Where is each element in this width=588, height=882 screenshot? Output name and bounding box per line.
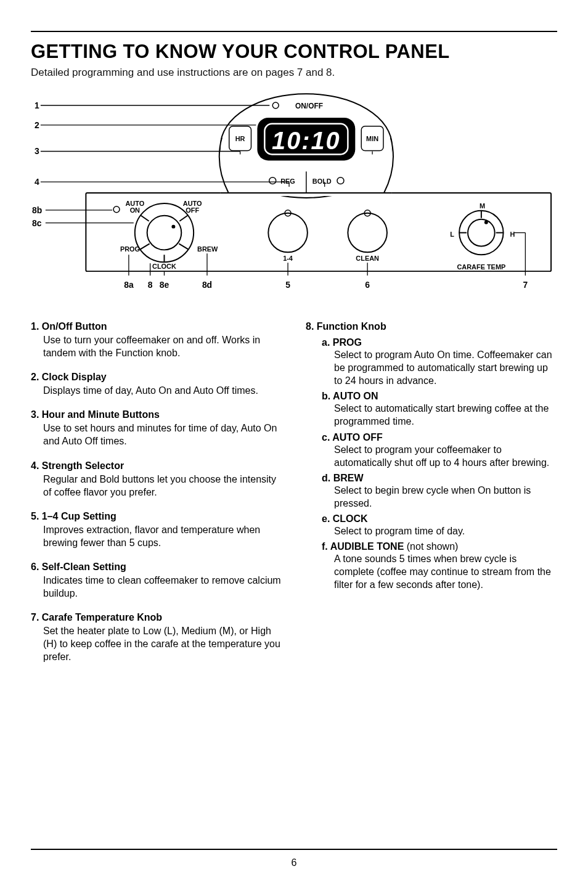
svg-line-20 [179, 243, 188, 249]
callout-8e: 8e [160, 280, 169, 290]
sub-auto-off: c. AUTO OFF Select to program your coffe… [322, 432, 557, 469]
svg-point-14 [147, 216, 182, 250]
item-body: Improves extraction, flavor and temperat… [31, 523, 282, 549]
item-body: Indicates time to clean coffeemaker to r… [31, 574, 282, 600]
page-number: 6 [0, 857, 588, 868]
callout-8: 8 [148, 280, 153, 290]
sub-head-paren: (not shown) [407, 541, 459, 552]
item-body: Set the heater plate to Low (L), Medium … [31, 624, 282, 663]
svg-line-17 [141, 216, 149, 221]
sub-clock: e. CLOCK Select to program time of day. [322, 513, 557, 537]
item-head: 4. Strength Selector [31, 460, 282, 472]
callout-1: 1 [35, 100, 39, 110]
sub-head: c. AUTO OFF [322, 432, 557, 443]
right-column: 8. Function Knob a. PROG Select to progr… [306, 321, 557, 676]
item-head: 6. Self-Clean Setting [31, 561, 282, 573]
sub-body: Select to automatically start brewing co… [322, 402, 557, 428]
item-head: 8. Function Knob [306, 321, 557, 332]
reg-label: REG [280, 178, 295, 185]
item-body: Use to turn your coffeemaker on and off.… [31, 333, 282, 359]
callout-2: 2 [35, 120, 39, 130]
sub-body: Select to program time of day. [322, 525, 557, 537]
sub-head: d. BREW [322, 473, 557, 484]
description-columns: 1. On/Off Button Use to turn your coffee… [31, 321, 557, 676]
sub-body: Select to program your coffeemaker to au… [322, 443, 557, 469]
item-clock: 2. Clock Display Displays time of day, A… [31, 372, 282, 397]
temp-m: M [480, 202, 485, 210]
page-title: GETTING TO KNOW YOUR CONTROL PANEL [31, 41, 557, 63]
svg-point-22 [268, 213, 308, 253]
svg-point-28 [484, 221, 488, 224]
callout-8d: 8d [202, 280, 212, 290]
sub-body: Select to begin brew cycle when On butto… [322, 484, 557, 510]
item-body: Use to set hours and minutes for time of… [31, 422, 282, 447]
svg-point-24 [348, 213, 387, 253]
item-hour-min: 3. Hour and Minute Buttons Use to set ho… [31, 409, 282, 447]
sub-head: e. CLOCK [322, 513, 557, 525]
callout-5: 5 [285, 280, 290, 290]
callout-3: 3 [35, 146, 39, 156]
bold-label: BOLD [312, 178, 332, 185]
callout-6: 6 [365, 280, 370, 290]
item-function-knob: 8. Function Knob [306, 321, 557, 332]
svg-line-18 [179, 216, 187, 221]
callout-4: 4 [35, 177, 39, 187]
one-four-label: 1-4 [283, 255, 293, 262]
brew-label: BREW [197, 245, 218, 253]
item-body: Displays time of day, Auto On and Auto O… [31, 384, 282, 397]
temp-l: L [450, 231, 454, 238]
item-head: 5. 1–4 Cup Setting [31, 511, 282, 522]
min-button: MIN [366, 135, 378, 142]
sub-head-bold: f. AUDIBLE TONE [322, 541, 407, 552]
callout-8a: 8a [124, 280, 134, 290]
callout-8b: 8b [32, 205, 42, 215]
sub-audible-tone: f. AUDIBLE TONE (not shown) A tone sound… [322, 541, 557, 591]
auto-on-label: AUTOON [125, 200, 144, 214]
sub-body: A tone sounds 5 times when brew cycle is… [322, 552, 557, 591]
sub-body: Select to program Auto On time. Coffeema… [322, 348, 557, 387]
sub-prog: a. PROG Select to program Auto On time. … [322, 337, 557, 387]
item-head: 2. Clock Display [31, 372, 282, 383]
item-onoff: 1. On/Off Button Use to turn your coffee… [31, 321, 282, 359]
intro-text: Detailed programming and use instruction… [31, 67, 557, 79]
item-carafe-temp: 7. Carafe Temperature Knob Set the heate… [31, 612, 282, 663]
control-panel-diagram: ON/OFF 10:10 HR MIN REG BOLD AUTOON AUTO… [31, 91, 557, 298]
svg-point-13 [135, 203, 194, 262]
left-column: 1. On/Off Button Use to turn your coffee… [31, 321, 282, 676]
sub-auto-on: b. AUTO ON Select to automatically start… [322, 391, 557, 428]
sub-head: b. AUTO ON [322, 391, 557, 402]
svg-line-19 [141, 243, 150, 249]
sub-head: a. PROG [322, 337, 557, 348]
svg-point-6 [272, 102, 279, 108]
svg-point-15 [171, 225, 175, 229]
carafe-temp-label: CARAFE TEMP [457, 263, 505, 271]
item-14cup: 5. 1–4 Cup Setting Improves extraction, … [31, 511, 282, 549]
clean-label: CLEAN [356, 255, 379, 262]
svg-point-27 [468, 219, 495, 247]
hr-button: HR [235, 135, 245, 142]
auto-off-label: AUTOOFF [183, 200, 202, 214]
svg-point-16 [113, 206, 120, 213]
prog-label: PROG [120, 245, 140, 253]
callout-8c: 8c [32, 218, 42, 228]
callout-7: 7 [523, 280, 528, 290]
item-head: 1. On/Off Button [31, 321, 282, 332]
item-head: 7. Carafe Temperature Knob [31, 612, 282, 623]
sub-brew: d. BREW Select to begin brew cycle when … [322, 473, 557, 510]
item-strength: 4. Strength Selector Regular and Bold bu… [31, 460, 282, 499]
bottom-rule [31, 849, 557, 850]
item-body: Regular and Bold buttons let you choose … [31, 473, 282, 499]
item-head: 3. Hour and Minute Buttons [31, 409, 282, 420]
sub-head: f. AUDIBLE TONE (not shown) [322, 541, 557, 552]
item-selfclean: 6. Self-Clean Setting Indicates time to … [31, 561, 282, 600]
temp-h: H [510, 231, 515, 238]
clock-display: 10:10 [272, 127, 341, 154]
onoff-label: ON/OFF [295, 102, 323, 110]
top-rule [31, 31, 557, 32]
clock-label: CLOCK [152, 263, 176, 270]
